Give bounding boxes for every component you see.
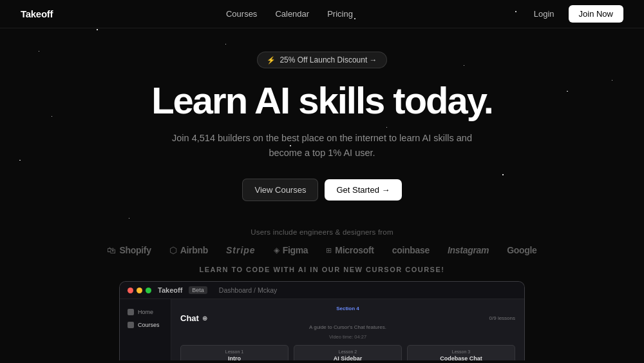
mockup-sidebar: Home Courses — [120, 299, 171, 360]
bolt-icon: ⚡ — [267, 56, 276, 64]
lesson-cards: Lesson 1 Intro Not Started Video time: 1… — [180, 345, 515, 360]
sidebar-home[interactable]: Home — [120, 306, 171, 319]
logo-figma: ◈ Figma — [274, 245, 308, 255]
instagram-label: Instagram — [448, 245, 489, 255]
shopify-icon: 🛍 — [107, 245, 116, 255]
video-info: Video time: 04:27 — [180, 334, 515, 340]
mockup-body: Home Courses Section 4 Chat ⊕ 0/9 lesson… — [120, 299, 524, 360]
dashboard-mockup: Takeoff Beta Dashboard / Mckay Home Cour… — [119, 281, 525, 360]
figma-icon: ◈ — [274, 246, 279, 255]
logo-stripe: Stripe — [226, 245, 256, 255]
mockup-app-title: Takeoff — [158, 286, 182, 294]
logo-coinbase: coinbase — [392, 245, 430, 255]
hero-subtitle: Join 4,514 builders on the best place on… — [167, 131, 477, 161]
courses-icon — [128, 322, 134, 328]
shopify-label: Shopify — [119, 245, 151, 255]
hero-section: ⚡ 25% Off Launch Discount → Learn AI ski… — [0, 28, 644, 224]
mockup-breadcrumb: Dashboard / Mckay — [219, 286, 277, 294]
stripe-label: Stripe — [226, 245, 256, 255]
figma-label: Figma — [283, 245, 308, 255]
nav-links: Courses Calendar Pricing — [226, 9, 353, 19]
close-dot — [128, 288, 133, 293]
microsoft-label: Microsoft — [335, 245, 374, 255]
join-now-button[interactable]: Join Now — [569, 5, 623, 23]
lesson-card-3[interactable]: Lesson 3 Codebase Chat Not Started Video… — [407, 345, 515, 360]
hero-title: Learn AI skills today. — [151, 81, 493, 121]
logo-airbnb: ⬡ Airbnb — [169, 245, 208, 255]
cursor-course-label: LEARN TO CODE WITH AI IN OUR NEW CURSOR … — [0, 266, 644, 273]
sidebar-courses[interactable]: Courses — [120, 319, 171, 331]
expand-dot — [146, 288, 151, 293]
logo-instagram: Instagram — [448, 245, 489, 255]
discount-badge[interactable]: ⚡ 25% Off Launch Discount → — [257, 52, 386, 68]
logo: Takeoff — [21, 8, 53, 19]
logo-microsoft: ⊞ Microsoft — [326, 245, 374, 255]
logos-row: 🛍 Shopify ⬡ Airbnb Stripe ◈ Figma ⊞ Micr… — [0, 245, 644, 255]
mockup-topbar: Takeoff Beta Dashboard / Mckay — [120, 282, 524, 299]
section-title: Chat — [180, 313, 199, 323]
lesson-card-1[interactable]: Lesson 1 Intro Not Started Video time: 1… — [180, 345, 289, 360]
lesson-1-name: Intro — [186, 355, 283, 360]
airbnb-icon: ⬡ — [169, 245, 177, 255]
sidebar-home-label: Home — [138, 309, 153, 315]
view-courses-button[interactable]: View Courses — [242, 179, 318, 201]
nav-pricing[interactable]: Pricing — [327, 9, 353, 19]
logo-shopify: 🛍 Shopify — [107, 245, 151, 255]
logos-label: Users include engineers & designers from — [0, 228, 644, 236]
window-controls — [128, 288, 151, 293]
minimize-dot — [137, 288, 142, 293]
lessons-count: 0/9 lessons — [489, 315, 515, 321]
login-button[interactable]: Login — [526, 6, 562, 22]
beta-badge: Beta — [189, 286, 207, 294]
get-started-button[interactable]: Get Started → — [325, 179, 401, 201]
section-title-row: Chat ⊕ 0/9 lessons — [180, 313, 515, 323]
nav-courses[interactable]: Courses — [226, 9, 257, 19]
lesson-card-2[interactable]: Lesson 2 AI Sidebar Not Started Video ti… — [294, 345, 402, 360]
microsoft-icon: ⊞ — [326, 246, 332, 255]
lesson-3-name: Codebase Chat — [413, 355, 509, 360]
bottom-section: LEARN TO CODE WITH AI IN OUR NEW CURSOR … — [0, 255, 644, 360]
mockup-main-content: Section 4 Chat ⊕ 0/9 lessons A guide to … — [171, 299, 524, 360]
nav-calendar[interactable]: Calendar — [275, 9, 309, 19]
nav-actions: Login Join Now — [526, 5, 623, 23]
chat-icon: ⊕ — [202, 315, 207, 322]
navbar: Takeoff Courses Calendar Pricing Login J… — [0, 0, 644, 28]
lesson-1-badge: Lesson 1 — [186, 349, 283, 354]
hero-cta: View Courses Get Started → — [242, 179, 401, 201]
logos-section: Users include engineers & designers from… — [0, 224, 644, 255]
lesson-3-badge: Lesson 3 — [413, 349, 509, 354]
badge-text: 25% Off Launch Discount → — [279, 55, 377, 64]
sidebar-courses-label: Courses — [138, 322, 160, 328]
lesson-2-name: AI Sidebar — [299, 355, 396, 360]
home-icon — [128, 309, 134, 315]
logo-google: Google — [507, 245, 536, 255]
lesson-2-badge: Lesson 2 — [299, 349, 396, 354]
section-label: Section 4 — [180, 306, 515, 311]
airbnb-label: Airbnb — [180, 245, 208, 255]
google-label: Google — [507, 245, 536, 255]
section-desc: A guide to Cursor's Chat features. — [180, 324, 515, 330]
coinbase-label: coinbase — [392, 245, 430, 255]
